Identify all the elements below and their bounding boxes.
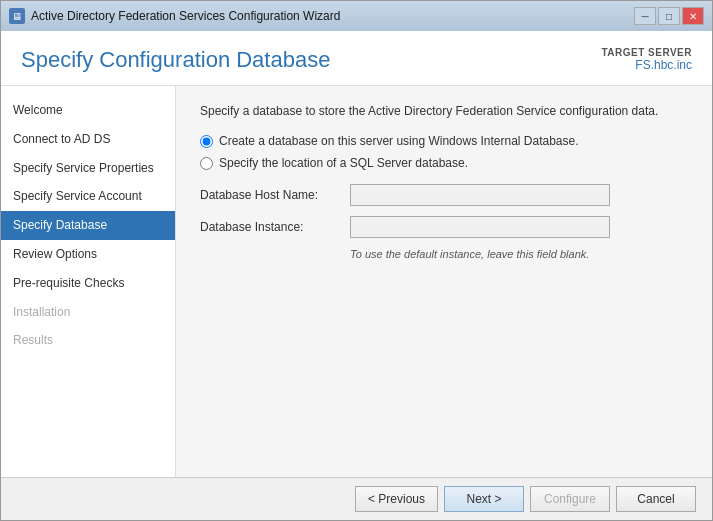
host-name-input[interactable] (350, 184, 610, 206)
maximize-button[interactable]: □ (658, 7, 680, 25)
instance-input[interactable] (350, 216, 610, 238)
radio-sql-option[interactable]: Specify the location of a SQL Server dat… (200, 156, 688, 170)
sidebar-item-welcome[interactable]: Welcome (1, 96, 175, 125)
close-button[interactable]: ✕ (682, 7, 704, 25)
target-server-value: FS.hbc.inc (601, 58, 692, 72)
database-type-radio-group: Create a database on this server using W… (200, 134, 688, 170)
sidebar-item-pre-requisite-checks[interactable]: Pre-requisite Checks (1, 269, 175, 298)
sidebar-item-connect-to-ad-ds[interactable]: Connect to AD DS (1, 125, 175, 154)
next-button[interactable]: Next > (444, 486, 524, 512)
sidebar-item-results: Results (1, 326, 175, 355)
window-controls: ─ □ ✕ (634, 7, 704, 25)
radio-sql-input[interactable] (200, 157, 213, 170)
radio-wid-input[interactable] (200, 135, 213, 148)
window-title: Active Directory Federation Services Con… (31, 9, 340, 23)
radio-sql-label: Specify the location of a SQL Server dat… (219, 156, 468, 170)
sidebar-item-specify-database[interactable]: Specify Database (1, 211, 175, 240)
target-server-info: TARGET SERVER FS.hbc.inc (601, 47, 692, 72)
wizard-header: Specify Configuration Database TARGET SE… (1, 31, 712, 86)
page-title: Specify Configuration Database (21, 47, 330, 73)
instance-label: Database Instance: (200, 220, 350, 234)
target-server-label: TARGET SERVER (601, 47, 692, 58)
description-text: Specify a database to store the Active D… (200, 102, 688, 120)
sidebar-item-review-options[interactable]: Review Options (1, 240, 175, 269)
previous-button[interactable]: < Previous (355, 486, 438, 512)
sidebar-item-specify-service-account[interactable]: Specify Service Account (1, 182, 175, 211)
radio-wid-option[interactable]: Create a database on this server using W… (200, 134, 688, 148)
instance-row: Database Instance: (200, 216, 688, 238)
host-name-label: Database Host Name: (200, 188, 350, 202)
host-name-row: Database Host Name: (200, 184, 688, 206)
cancel-button[interactable]: Cancel (616, 486, 696, 512)
title-bar: 🖥 Active Directory Federation Services C… (1, 1, 712, 31)
title-bar-left: 🖥 Active Directory Federation Services C… (9, 8, 340, 24)
wizard-content: Specify Configuration Database TARGET SE… (1, 31, 712, 520)
sidebar: WelcomeConnect to AD DSSpecify Service P… (1, 86, 176, 477)
wizard-footer: < Previous Next > Configure Cancel (1, 477, 712, 520)
configure-button[interactable]: Configure (530, 486, 610, 512)
minimize-button[interactable]: ─ (634, 7, 656, 25)
main-panel: Specify a database to store the Active D… (176, 86, 712, 477)
wizard-window: 🖥 Active Directory Federation Services C… (0, 0, 713, 521)
sidebar-item-specify-service-properties[interactable]: Specify Service Properties (1, 154, 175, 183)
wizard-body: WelcomeConnect to AD DSSpecify Service P… (1, 86, 712, 477)
hint-text: To use the default instance, leave this … (350, 248, 688, 260)
sidebar-item-installation: Installation (1, 298, 175, 327)
app-icon: 🖥 (9, 8, 25, 24)
radio-wid-label: Create a database on this server using W… (219, 134, 579, 148)
